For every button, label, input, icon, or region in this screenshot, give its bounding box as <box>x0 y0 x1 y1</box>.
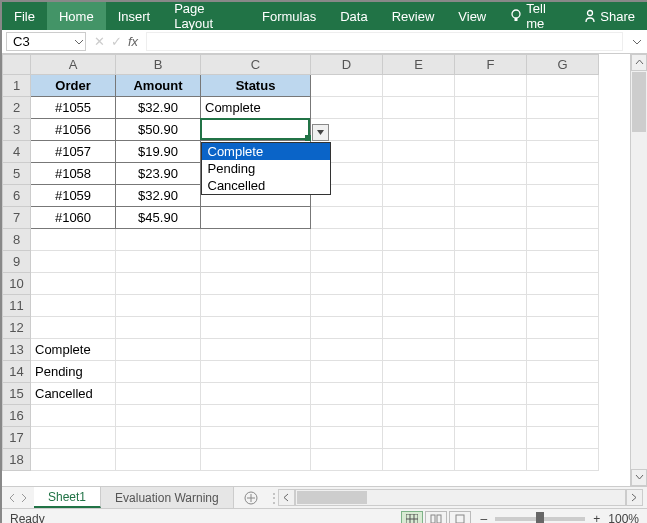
cell-F10[interactable] <box>455 273 527 295</box>
cell-F3[interactable] <box>455 119 527 141</box>
cell-A15[interactable]: Cancelled <box>31 383 116 405</box>
cell-E17[interactable] <box>383 427 455 449</box>
cell-G8[interactable] <box>527 229 599 251</box>
cell-B18[interactable] <box>116 449 201 471</box>
cell-B8[interactable] <box>116 229 201 251</box>
cell-G7[interactable] <box>527 207 599 229</box>
row-header-9[interactable]: 9 <box>3 251 31 273</box>
cell-E11[interactable] <box>383 295 455 317</box>
column-header-B[interactable]: B <box>116 55 201 75</box>
cell-F5[interactable] <box>455 163 527 185</box>
cell-G13[interactable] <box>527 339 599 361</box>
cell-D16[interactable] <box>311 405 383 427</box>
cell-F8[interactable] <box>455 229 527 251</box>
sheet-nav[interactable] <box>2 487 34 508</box>
cell-B9[interactable] <box>116 251 201 273</box>
cell-E5[interactable] <box>383 163 455 185</box>
formula-expand-button[interactable] <box>627 30 647 53</box>
data-validation-dropdown-button[interactable] <box>312 124 329 141</box>
dropdown-option-complete[interactable]: Complete <box>202 143 330 160</box>
ribbon-tab-view[interactable]: View <box>446 2 498 30</box>
cell-A17[interactable] <box>31 427 116 449</box>
cell-A14[interactable]: Pending <box>31 361 116 383</box>
cell-D9[interactable] <box>311 251 383 273</box>
cell-C13[interactable] <box>201 339 311 361</box>
column-header-D[interactable]: D <box>311 55 383 75</box>
cell-F11[interactable] <box>455 295 527 317</box>
cell-G3[interactable] <box>527 119 599 141</box>
cell-E15[interactable] <box>383 383 455 405</box>
ribbon-tab-review[interactable]: Review <box>380 2 447 30</box>
cell-E10[interactable] <box>383 273 455 295</box>
cell-F14[interactable] <box>455 361 527 383</box>
hscroll-left-button[interactable] <box>278 489 295 506</box>
row-header-8[interactable]: 8 <box>3 229 31 251</box>
cell-F4[interactable] <box>455 141 527 163</box>
cell-A9[interactable] <box>31 251 116 273</box>
cell-C1[interactable]: Status <box>201 75 311 97</box>
row-header-10[interactable]: 10 <box>3 273 31 295</box>
row-header-16[interactable]: 16 <box>3 405 31 427</box>
cell-G12[interactable] <box>527 317 599 339</box>
cell-A1[interactable]: Order <box>31 75 116 97</box>
cell-D8[interactable] <box>311 229 383 251</box>
cell-E18[interactable] <box>383 449 455 471</box>
cell-C12[interactable] <box>201 317 311 339</box>
cell-B3[interactable]: $50.90 <box>116 119 201 141</box>
cell-G10[interactable] <box>527 273 599 295</box>
column-header-G[interactable]: G <box>527 55 599 75</box>
hscroll-right-button[interactable] <box>626 489 643 506</box>
cell-A18[interactable] <box>31 449 116 471</box>
cell-E1[interactable] <box>383 75 455 97</box>
tellme-button[interactable]: Tell me <box>498 2 572 30</box>
cell-B4[interactable]: $19.90 <box>116 141 201 163</box>
formula-bar[interactable] <box>146 32 623 51</box>
row-header-2[interactable]: 2 <box>3 97 31 119</box>
row-header-5[interactable]: 5 <box>3 163 31 185</box>
cell-E12[interactable] <box>383 317 455 339</box>
enter-icon[interactable]: ✓ <box>111 34 122 49</box>
cell-A13[interactable]: Complete <box>31 339 116 361</box>
row-header-13[interactable]: 13 <box>3 339 31 361</box>
row-header-3[interactable]: 3 <box>3 119 31 141</box>
cell-D13[interactable] <box>311 339 383 361</box>
cell-D12[interactable] <box>311 317 383 339</box>
cell-D15[interactable] <box>311 383 383 405</box>
cell-G17[interactable] <box>527 427 599 449</box>
cell-G11[interactable] <box>527 295 599 317</box>
spreadsheet-grid[interactable]: ABCDEFG1OrderAmountStatus2#1055$32.90Com… <box>2 54 630 486</box>
row-header-17[interactable]: 17 <box>3 427 31 449</box>
cell-G4[interactable] <box>527 141 599 163</box>
cell-C11[interactable] <box>201 295 311 317</box>
scroll-down-button[interactable] <box>631 469 647 486</box>
cell-F13[interactable] <box>455 339 527 361</box>
column-header-F[interactable]: F <box>455 55 527 75</box>
view-page-break-button[interactable] <box>449 511 471 524</box>
cell-E2[interactable] <box>383 97 455 119</box>
cell-A4[interactable]: #1057 <box>31 141 116 163</box>
cell-E4[interactable] <box>383 141 455 163</box>
cell-G18[interactable] <box>527 449 599 471</box>
cell-B11[interactable] <box>116 295 201 317</box>
cell-A8[interactable] <box>31 229 116 251</box>
cell-G5[interactable] <box>527 163 599 185</box>
cell-F2[interactable] <box>455 97 527 119</box>
cell-E9[interactable] <box>383 251 455 273</box>
cell-C16[interactable] <box>201 405 311 427</box>
cell-C18[interactable] <box>201 449 311 471</box>
zoom-slider[interactable] <box>495 517 585 521</box>
cell-D7[interactable] <box>311 207 383 229</box>
cell-C15[interactable] <box>201 383 311 405</box>
cell-F18[interactable] <box>455 449 527 471</box>
cell-F1[interactable] <box>455 75 527 97</box>
ribbon-tab-file[interactable]: File <box>2 2 47 30</box>
cell-B17[interactable] <box>116 427 201 449</box>
row-header-18[interactable]: 18 <box>3 449 31 471</box>
cell-D17[interactable] <box>311 427 383 449</box>
cell-G14[interactable] <box>527 361 599 383</box>
cell-B6[interactable]: $32.90 <box>116 185 201 207</box>
cell-A12[interactable] <box>31 317 116 339</box>
ribbon-tab-insert[interactable]: Insert <box>106 2 163 30</box>
ribbon-tab-home[interactable]: Home <box>47 2 106 30</box>
row-header-1[interactable]: 1 <box>3 75 31 97</box>
